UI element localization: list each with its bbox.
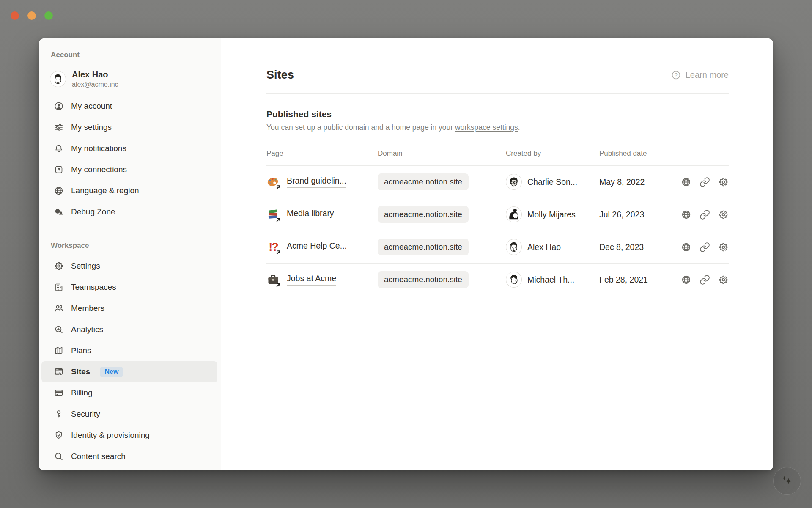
sidebar-item-language-region[interactable]: Language & region: [41, 180, 217, 201]
workspace-nav: Settings Teamspaces Members: [39, 255, 221, 467]
page-link[interactable]: Acme Help Ce...: [287, 241, 347, 253]
sidebar-item-teamspaces[interactable]: Teamspaces: [41, 277, 217, 298]
sidebar-item-settings[interactable]: Settings: [41, 255, 217, 277]
published-date: May 8, 2022: [599, 177, 677, 187]
site-settings-gear-icon[interactable]: [718, 177, 729, 187]
domain-pill: acmeacme.notion.site: [378, 173, 469, 190]
external-link-arrow-icon: [275, 282, 282, 288]
copy-link-icon[interactable]: [700, 242, 710, 253]
page-cell: Brand guidelin...: [266, 175, 378, 189]
sidebar-item-my-account[interactable]: My account: [41, 96, 217, 117]
published-date: Jul 26, 2023: [599, 210, 677, 220]
account-nav: My account My settings My notifications: [39, 96, 221, 222]
workspace-section-label: Workspace: [51, 241, 221, 250]
table-row: Media library acmeacme.notion.site Molly: [266, 198, 729, 231]
zoom-button[interactable]: [44, 11, 53, 20]
help-circle-icon: ?: [671, 70, 681, 80]
site-settings-gear-icon[interactable]: [718, 242, 729, 253]
sidebar-item-analytics[interactable]: Analytics: [41, 319, 217, 340]
magnifier-plus-icon: [54, 324, 64, 335]
credit-card-icon: [54, 388, 64, 398]
row-actions: [677, 177, 729, 187]
external-link-arrow-icon: [275, 217, 282, 223]
settings-window: Account Alex Hao alex@acme.inc: [39, 38, 773, 470]
sidebar-item-label: Settings: [71, 261, 100, 271]
user-avatar: [50, 71, 66, 87]
sidebar-item-label: Teamspaces: [71, 283, 116, 292]
column-header-created-by: Created by: [506, 149, 599, 158]
michael-avatar-icon: [506, 272, 522, 288]
workspace-settings-link[interactable]: workspace settings: [455, 123, 518, 132]
page-link[interactable]: Media library: [287, 209, 334, 220]
creator-cell: Alex Hao: [506, 239, 599, 255]
sidebar-item-label: My notifications: [71, 144, 126, 153]
sidebar-item-label: Security: [71, 409, 100, 419]
people-icon: [54, 303, 64, 313]
sparkles-icon: [779, 472, 796, 489]
sidebar-item-label: Billing: [71, 388, 93, 398]
row-actions: [677, 275, 729, 285]
gear-icon: [54, 261, 64, 271]
window-controls: [11, 11, 53, 20]
sidebar-item-billing[interactable]: Billing: [41, 382, 217, 404]
building-icon: [54, 282, 64, 292]
page-title: Sites: [266, 69, 294, 82]
map-icon: [54, 346, 64, 356]
copy-link-icon[interactable]: [700, 275, 710, 285]
user-email: alex@acme.inc: [72, 80, 118, 89]
sidebar-item-sites[interactable]: Sites New: [41, 361, 217, 382]
books-icon: [266, 208, 280, 221]
sidebar-item-my-notifications[interactable]: My notifications: [41, 138, 217, 159]
sidebar-item-content-search[interactable]: Content search: [41, 446, 217, 467]
table-row: !? Acme Help Ce... acmeacme.notion.site: [266, 231, 729, 264]
page-link[interactable]: Jobs at Acme: [287, 274, 336, 286]
sidebar-item-identity-provisioning[interactable]: Identity & provisioning: [41, 425, 217, 446]
sidebar-item-label: Analytics: [71, 325, 103, 334]
domain-pill: acmeacme.notion.site: [378, 239, 469, 255]
site-settings-gear-icon[interactable]: [718, 209, 729, 220]
page-cell: Jobs at Acme: [266, 273, 378, 286]
copy-link-icon[interactable]: [700, 177, 710, 187]
globe-action-icon[interactable]: [681, 209, 691, 220]
sidebar-item-label: My connections: [71, 165, 127, 174]
sidebar-item-members[interactable]: Members: [41, 298, 217, 319]
sidebar-item-label: My settings: [71, 123, 112, 132]
row-actions: [677, 242, 729, 253]
globe-action-icon[interactable]: [681, 242, 691, 253]
sliders-icon: [54, 122, 64, 132]
learn-more-button[interactable]: ? Learn more: [671, 70, 729, 80]
sidebar-item-my-settings[interactable]: My settings: [41, 117, 217, 138]
creator-cell: Charlie Son...: [506, 174, 599, 190]
sidebar-item-debug-zone[interactable]: Debug Zone: [41, 201, 217, 222]
external-link-arrow-icon: [275, 184, 282, 190]
minimize-button[interactable]: [27, 11, 36, 20]
person-circle-icon: [54, 101, 64, 111]
sidebar-item-my-connections[interactable]: My connections: [41, 159, 217, 180]
column-header-domain: Domain: [378, 149, 506, 158]
panel-header: Sites ? Learn more: [266, 67, 729, 82]
creator-cell: Michael Th...: [506, 272, 599, 288]
learn-more-label: Learn more: [686, 70, 729, 80]
column-header-page: Page: [266, 149, 378, 158]
domain-pill: acmeacme.notion.site: [378, 271, 469, 288]
sidebar-item-security[interactable]: Security: [41, 404, 217, 425]
close-button[interactable]: [11, 11, 19, 20]
account-user[interactable]: Alex Hao alex@acme.inc: [50, 69, 221, 89]
globe-action-icon[interactable]: [681, 275, 691, 285]
search-icon: [54, 451, 64, 461]
site-settings-gear-icon[interactable]: [718, 275, 729, 285]
creator-name: Molly Mijares: [527, 210, 576, 220]
globe-action-icon[interactable]: [681, 177, 691, 187]
sidebar-item-label: Content search: [71, 452, 126, 461]
sidebar-item-plans[interactable]: Plans: [41, 340, 217, 361]
table-row: Jobs at Acme acmeacme.notion.site Michae…: [266, 264, 729, 296]
header-divider: [266, 93, 729, 94]
sidebar-item-label: My account: [71, 102, 112, 111]
sites-panel: Sites ? Learn more Published sites You c…: [221, 38, 773, 470]
page-link[interactable]: Brand guidelin...: [287, 176, 346, 188]
copy-link-icon[interactable]: [700, 209, 710, 220]
ai-assistant-button[interactable]: [773, 467, 801, 495]
creator-name: Alex Hao: [527, 242, 561, 252]
external-link-arrow-icon: [275, 249, 282, 255]
new-badge: New: [100, 367, 123, 377]
